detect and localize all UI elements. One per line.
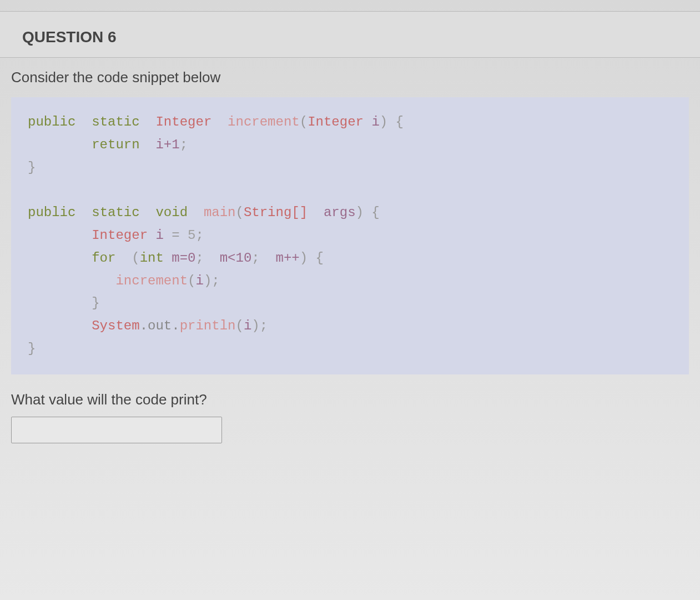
code-line-3: } (28, 157, 672, 179)
code-snippet: public static Integer increment(Integer … (11, 97, 689, 374)
intro-text: Consider the code snippet below (11, 69, 689, 86)
question-container: QUESTION 6 Consider the code snippet bel… (0, 11, 700, 454)
code-line-5: public static void main(String[] args) { (28, 202, 672, 224)
code-line-10: System.out.println(i); (28, 315, 672, 338)
question-prompt: What value will the code print? (11, 391, 689, 408)
question-title: QUESTION 6 (22, 28, 678, 46)
code-line-6: Integer i = 5; (28, 224, 672, 247)
code-line-9: } (28, 292, 672, 315)
code-line-2: return i+1; (28, 134, 672, 157)
code-line-11: } (28, 338, 672, 361)
code-line-blank (28, 179, 672, 202)
code-line-7: for (int m=0; m<10; m++) { (28, 247, 672, 270)
answer-input[interactable] (11, 417, 222, 443)
code-line-8: increment(i); (28, 270, 672, 293)
code-line-1: public static Integer increment(Integer … (28, 111, 672, 134)
question-header: QUESTION 6 (0, 11, 700, 58)
question-body: Consider the code snippet below public s… (0, 58, 700, 454)
